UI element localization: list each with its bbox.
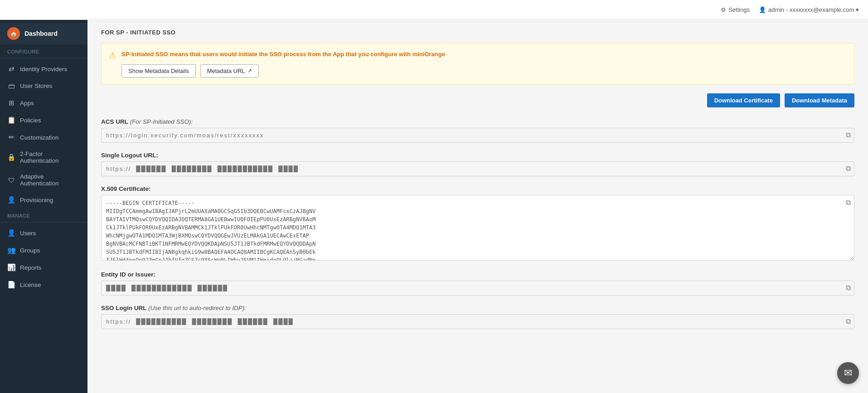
sidebar-item-groups[interactable]: 👥 Groups: [0, 242, 87, 259]
acs-url-copy-button[interactable]: ⧉: [846, 131, 851, 139]
sso-login-input-wrap: ⧉: [101, 314, 854, 329]
sidebar-item-label-2fa: 2-Factor Authentication: [20, 150, 80, 164]
entity-id-label: Entity ID or Issuer:: [101, 271, 854, 278]
x509-cert-wrapper: ⧉: [101, 195, 854, 262]
provisioning-icon: 👤: [7, 196, 15, 204]
identity-providers-icon: ⇄: [7, 65, 15, 73]
sidebar-item-identity-providers[interactable]: ⇄ Identity Providers: [0, 60, 87, 78]
divider-manage: [0, 222, 87, 223]
main-wrapper: ⚙ Settings 👤 admin - xxxxxxxx@example.co…: [87, 0, 868, 393]
single-logout-input[interactable]: [101, 161, 854, 176]
manage-section-label: Manage: [0, 209, 87, 220]
sidebar-item-user-stores[interactable]: 🗃 User Stores: [0, 78, 87, 94]
download-metadata-button[interactable]: Download Metadata: [785, 93, 854, 107]
sso-login-group: SSO Login URL (Use this url to auto-redi…: [101, 305, 854, 329]
settings-label: Settings: [728, 6, 750, 13]
download-row: Download Certificate Download Metadata: [101, 93, 854, 107]
acs-url-group: ACS URL (For SP-Initiated SSO): ⧉: [101, 118, 854, 143]
2fa-icon: 🔒: [7, 153, 15, 161]
sidebar-item-label-license: License: [20, 281, 41, 288]
sidebar-item-2fa[interactable]: 🔒 2-Factor Authentication: [0, 146, 87, 169]
sidebar-item-reports[interactable]: 📊 Reports: [0, 259, 87, 276]
x509-label: X.509 Certificate:: [101, 185, 854, 192]
sidebar-item-label-customization: Customization: [20, 134, 59, 141]
single-logout-group: Single Logout URL: ⧉: [101, 152, 854, 176]
chat-icon: ✉: [844, 367, 852, 379]
sso-login-copy-button[interactable]: ⧉: [846, 317, 851, 325]
sidebar-item-users[interactable]: 👤 Users: [0, 224, 87, 242]
users-icon: 👤: [7, 229, 15, 237]
license-icon: 📄: [7, 281, 15, 289]
alert-text-bold: SP-Initiated SSO means that users would …: [121, 51, 411, 58]
configure-section-label: Configure: [0, 44, 87, 56]
gear-icon: ⚙: [721, 6, 726, 13]
download-certificate-button[interactable]: Download Certificate: [707, 93, 780, 107]
sidebar-item-label-user-stores: User Stores: [20, 82, 52, 89]
sidebar-item-license[interactable]: 📄 License: [0, 276, 87, 293]
groups-icon: 👥: [7, 246, 15, 254]
sidebar-item-label-provisioning: Provisioning: [20, 197, 53, 204]
apps-icon: ⊞: [7, 99, 15, 107]
user-stores-icon: 🗃: [7, 82, 15, 90]
warning-icon: ⚠: [109, 50, 116, 60]
sidebar: Xec◎rify 🏠 Dashboard Configure ⇄ Identit…: [0, 0, 87, 393]
main-content: FOR SP - INITIATED SSO ⚠ SP-Initiated SS…: [87, 20, 868, 393]
acs-url-input[interactable]: [101, 128, 854, 143]
alert-text-brand: miniOrange: [412, 51, 445, 58]
sidebar-item-customization[interactable]: ✏ Customization: [0, 129, 87, 146]
sidebar-item-dashboard[interactable]: 🏠 Dashboard: [0, 23, 87, 44]
entity-id-input-wrap: ⧉: [101, 281, 854, 296]
sidebar-item-label-groups: Groups: [20, 247, 40, 254]
alert-buttons: Show Metadata Details Metadata URL ↗: [121, 64, 445, 78]
alert-box: ⚠ SP-Initiated SSO means that users woul…: [101, 43, 854, 84]
sidebar-item-label-apps: Apps: [20, 100, 34, 107]
sidebar-item-adaptive-auth[interactable]: 🛡 Adaptive Authentication: [0, 169, 87, 191]
chat-fab-button[interactable]: ✉: [837, 362, 859, 384]
sidebar-item-provisioning[interactable]: 👤 Provisioning: [0, 191, 87, 209]
acs-url-label: ACS URL (For SP-Initiated SSO):: [101, 118, 854, 125]
sidebar-item-label-identity-providers: Identity Providers: [20, 66, 67, 73]
customization-icon: ✏: [7, 133, 15, 141]
metadata-url-label: Metadata URL: [207, 68, 245, 74]
user-menu[interactable]: 👤 admin - xxxxxxxx@example.com ▾: [759, 6, 859, 13]
topbar: ⚙ Settings 👤 admin - xxxxxxxx@example.co…: [87, 0, 868, 20]
sidebar-item-label-reports: Reports: [20, 264, 41, 271]
alert-text: SP-Initiated SSO means that users would …: [121, 50, 445, 59]
single-logout-label: Single Logout URL:: [101, 152, 854, 159]
entity-id-input[interactable]: [101, 281, 854, 296]
sso-login-label: SSO Login URL (Use this url to auto-redi…: [101, 305, 854, 311]
x509-group: X.509 Certificate: ⧉: [101, 185, 854, 262]
sidebar-item-label-policies: Policies: [20, 117, 41, 124]
dashboard-icon: 🏠: [7, 27, 20, 40]
user-icon: 👤: [759, 6, 766, 13]
user-label: admin - xxxxxxxx@example.com ▾: [768, 6, 859, 13]
adaptive-auth-icon: 🛡: [7, 176, 15, 184]
x509-cert-textarea[interactable]: [101, 195, 854, 261]
show-metadata-button[interactable]: Show Metadata Details: [121, 64, 196, 78]
reports-icon: 📊: [7, 263, 15, 272]
sidebar-item-label-users: Users: [20, 230, 36, 237]
sidebar-item-apps[interactable]: ⊞ Apps: [0, 94, 87, 112]
x509-copy-button[interactable]: ⧉: [846, 199, 851, 207]
single-logout-copy-button[interactable]: ⧉: [846, 165, 851, 173]
divider-configure: [0, 58, 87, 58]
section-title: FOR SP - INITIATED SSO: [101, 29, 854, 36]
sidebar-item-policies[interactable]: 📋 Policies: [0, 112, 87, 129]
acs-url-input-wrap: ⧉: [101, 128, 854, 143]
entity-id-copy-button[interactable]: ⧉: [846, 284, 851, 292]
sidebar-item-label-adaptive-auth: Adaptive Authentication: [20, 173, 80, 187]
policies-icon: 📋: [7, 116, 15, 124]
settings-button[interactable]: ⚙ Settings: [721, 6, 750, 13]
metadata-url-button[interactable]: Metadata URL ↗: [200, 64, 259, 78]
dashboard-label: Dashboard: [24, 30, 58, 37]
external-link-icon: ↗: [247, 68, 252, 74]
single-logout-input-wrap: ⧉: [101, 161, 854, 176]
entity-id-group: Entity ID or Issuer: ⧉: [101, 271, 854, 296]
sso-login-input[interactable]: [101, 314, 854, 329]
alert-content: SP-Initiated SSO means that users would …: [121, 50, 445, 78]
